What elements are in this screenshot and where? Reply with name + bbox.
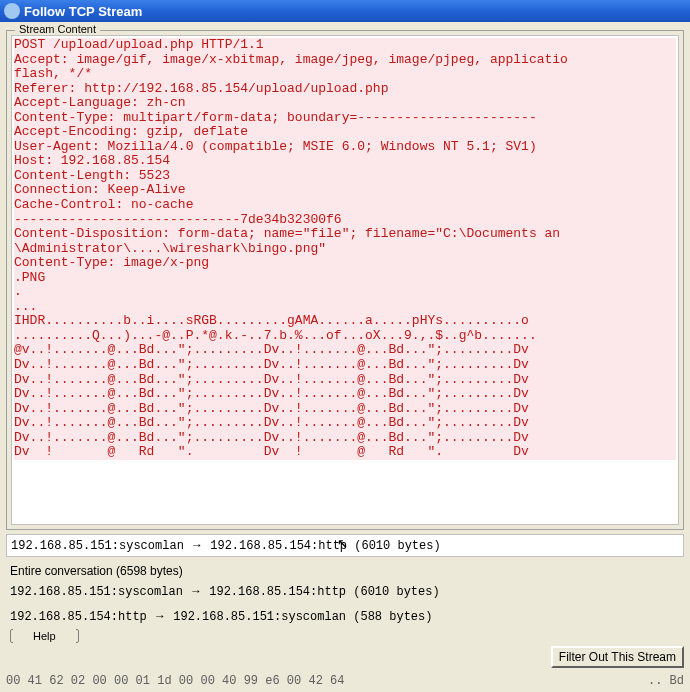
png-data: Dv..!.......@...Bd...";.........Dv..!...… <box>14 358 676 373</box>
png-data: Dv ! @ Rd ". Dv ! @ Rd ". Dv <box>14 445 676 460</box>
stream-direction-row-3: 192.168.85.154:http → 192.168.85.151:sys… <box>6 606 684 627</box>
http-referer-header: Referer: http://192.168.85.154/upload/up… <box>14 82 676 97</box>
row-text-post: 192.168.85.151:syscomlan (588 bytes) <box>166 610 432 624</box>
png-ihdr: IHDR..........b..i....sRGB.........gAMA.… <box>14 314 676 329</box>
dropdown-text-post: 192.168.85.154:http (6010 bytes) <box>203 539 441 553</box>
http-connection-header: Connection: Keep-Alive <box>14 183 676 198</box>
png-data: Dv..!.......@...Bd...";.........Dv..!...… <box>14 416 676 431</box>
row-text-pre: 192.168.85.151:syscomlan <box>10 585 190 599</box>
http-request-line: POST /upload/upload.php HTTP/1.1 <box>14 38 676 53</box>
stream-content-textarea[interactable]: POST /upload/upload.php HTTP/1.1 Accept:… <box>11 35 679 525</box>
button-row: Help <box>6 627 684 645</box>
http-accept-encoding-header: Accept-Encoding: gzip, deflate <box>14 125 676 140</box>
window-title: Follow TCP Stream <box>24 4 142 19</box>
status-hex: 00 41 62 02 00 00 01 1d 00 00 40 99 e6 0… <box>6 674 344 688</box>
window-body: Stream Content POST /upload/upload.php H… <box>0 22 690 647</box>
window-titlebar: Follow TCP Stream <box>0 0 690 22</box>
row-text-pre: 192.168.85.154:http <box>10 610 154 624</box>
png-data: Dv..!.......@...Bd...";.........Dv..!...… <box>14 402 676 417</box>
stream-direction-row-2: 192.168.85.151:syscomlan → 192.168.85.15… <box>6 581 684 602</box>
png-data: @v..!.......@...Bd...";.........Dv..!...… <box>14 343 676 358</box>
png-data: Dv..!.......@...Bd...";.........Dv..!...… <box>14 387 676 402</box>
filter-out-stream-button[interactable]: Filter Out This Stream <box>551 646 684 668</box>
conversation-size-label: Entire conversation (6598 bytes) <box>6 561 684 581</box>
http-content-type-header: Content-Type: multipart/form-data; bound… <box>14 111 676 126</box>
help-button[interactable]: Help <box>13 628 76 644</box>
status-bar: 00 41 62 02 00 00 01 1d 00 00 40 99 e6 0… <box>0 672 690 690</box>
png-data: Dv..!.......@...Bd...";.........Dv..!...… <box>14 431 676 446</box>
http-cache-control-header: Cache-Control: no-cache <box>14 198 676 213</box>
png-signature: .PNG <box>14 271 676 286</box>
png-data: ..........Q...)...-@..P.*@.k.-..7.b.%...… <box>14 329 676 344</box>
app-icon <box>4 3 20 19</box>
arrow-icon: → <box>191 538 203 552</box>
http-content-length-header: Content-Length: 5523 <box>14 169 676 184</box>
http-user-agent-header: User-Agent: Mozilla/4.0 (compatible; MSI… <box>14 140 676 155</box>
http-boundary: -----------------------------7de34b32300… <box>14 213 676 228</box>
stream-direction-dropdown[interactable]: 192.168.85.151:syscomlan → 192.168.85.15… <box>6 534 684 557</box>
status-ascii: .. Bd <box>648 674 684 688</box>
http-accept-lang-header: Accept-Language: zh-cn <box>14 96 676 111</box>
http-host-header: Host: 192.168.85.154 <box>14 154 676 169</box>
row-text-post: 192.168.85.154:http (6010 bytes) <box>202 585 440 599</box>
png-data: Dv..!.......@...Bd...";.........Dv..!...… <box>14 373 676 388</box>
http-filename-cont: \Administrator\....\wireshark\bingo.png" <box>14 242 676 257</box>
http-accept-cont: flash, */* <box>14 67 676 82</box>
dropdown-text-pre: 192.168.85.151:syscomlan <box>11 539 191 553</box>
http-content-disposition: Content-Disposition: form-data; name="fi… <box>14 227 676 242</box>
http-accept-header: Accept: image/gif, image/x-xbitmap, imag… <box>14 53 676 68</box>
png-data: . <box>14 285 676 300</box>
arrow-icon: → <box>190 584 202 598</box>
stream-content-fieldset: Stream Content POST /upload/upload.php H… <box>6 30 684 530</box>
png-data: ... <box>14 300 676 315</box>
fieldset-legend: Stream Content <box>15 23 100 35</box>
arrow-icon: → <box>154 609 166 623</box>
http-part-content-type: Content-Type: image/x-png <box>14 256 676 271</box>
